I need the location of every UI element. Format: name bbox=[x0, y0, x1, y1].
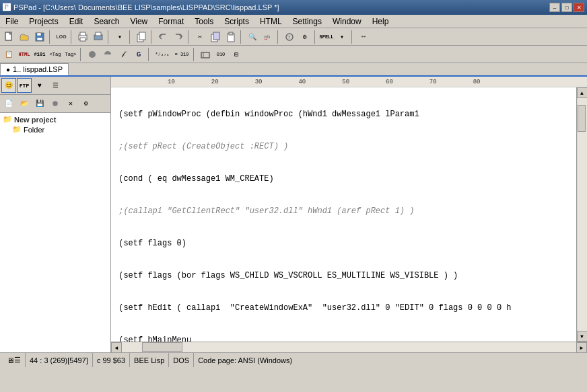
menu-item-window[interactable]: Window bbox=[327, 15, 367, 28]
jump-button[interactable]: ↔ bbox=[356, 30, 371, 44]
menu-item-help[interactable]: Help bbox=[367, 15, 394, 28]
close-button[interactable]: ✕ bbox=[574, 3, 584, 12]
code-content[interactable]: (setf pWindowProc (defbin windowProc (hW… bbox=[111, 87, 587, 342]
menu-item-view[interactable]: View bbox=[125, 15, 153, 28]
tag-btn[interactable]: <Tag bbox=[48, 47, 63, 62]
sidebar-toolbar: 😊 FTP ♥ ☰ bbox=[0, 77, 110, 95]
binary-btn[interactable]: 010 bbox=[213, 47, 228, 62]
log-button[interactable]: LOG bbox=[54, 30, 69, 44]
total-count: [5497] bbox=[67, 356, 88, 364]
clip-btn1[interactable]: 📋 bbox=[1, 47, 16, 62]
menu-item-settings[interactable]: Settings bbox=[287, 15, 327, 28]
code-line: (cond ( eq dwMessage1 WM_CREATE) bbox=[114, 173, 574, 184]
menu-item-html[interactable]: HTML bbox=[254, 15, 287, 28]
sidebar-btn-circle[interactable] bbox=[48, 96, 63, 111]
half-circle-btn[interactable] bbox=[100, 47, 115, 62]
tree-new-project-label: New project bbox=[14, 116, 56, 124]
btn-a[interactable]: ? bbox=[282, 30, 297, 44]
tab-lisppad[interactable]: ● 1.. lisppad.LSP bbox=[0, 63, 69, 75]
title-bar: 🅿 PSPad - [C:\Users\ Documents\BEE LISP\… bbox=[0, 0, 587, 15]
print2-button[interactable] bbox=[91, 30, 106, 44]
open-button[interactable] bbox=[17, 30, 32, 44]
scroll-right-button[interactable]: ► bbox=[576, 342, 587, 352]
hscroll-thumb[interactable] bbox=[142, 342, 182, 352]
html-btn[interactable]: HTML bbox=[17, 47, 32, 62]
separator bbox=[148, 48, 151, 61]
scroll-up-button[interactable]: ▲ bbox=[577, 87, 588, 98]
separator bbox=[129, 30, 132, 44]
sidebar-btn-open[interactable]: 📂 bbox=[17, 96, 32, 111]
new-button[interactable] bbox=[1, 30, 16, 44]
sidebar-btn-face[interactable]: 😊 bbox=[1, 78, 16, 93]
svg-point-19 bbox=[89, 51, 96, 58]
svg-rect-3 bbox=[37, 38, 42, 40]
sidebar-btn-new[interactable]: 📄 bbox=[1, 96, 16, 111]
menu-item-projects[interactable]: Projects bbox=[24, 15, 63, 28]
separator bbox=[71, 30, 73, 44]
tree-folder-label: Folder bbox=[24, 126, 44, 134]
tree-item-folder[interactable]: 📁 Folder bbox=[1, 124, 109, 134]
sidebar-btn-ftp[interactable]: FTP bbox=[17, 78, 32, 93]
val-btn[interactable]: ≡ 319 bbox=[172, 47, 191, 62]
minimize-button[interactable]: – bbox=[549, 3, 560, 12]
scroll-track[interactable] bbox=[578, 98, 587, 331]
svg-rect-10 bbox=[139, 32, 145, 40]
tree-item-new-project[interactable]: 📁 New project bbox=[1, 114, 109, 124]
menu-item-format[interactable]: Format bbox=[153, 15, 189, 28]
rtag-btn[interactable]: Tag> bbox=[63, 47, 78, 62]
replace-button[interactable]: ab→ bbox=[261, 30, 275, 44]
menu-item-scripts[interactable]: Scripts bbox=[219, 15, 254, 28]
ruler: 10 20 30 40 50 60 70 80 bbox=[111, 77, 587, 87]
spell-button[interactable]: SPELL bbox=[319, 30, 334, 44]
save-button[interactable] bbox=[32, 30, 47, 44]
hscroll-track[interactable] bbox=[122, 342, 576, 352]
print-button[interactable] bbox=[75, 30, 90, 44]
line-ending-text: DOS bbox=[173, 356, 189, 364]
title-bar-left: 🅿 PSPad - [C:\Users\ Documents\BEE LISP\… bbox=[3, 3, 279, 12]
separator bbox=[314, 30, 317, 44]
status-mode: c 99 $63 bbox=[93, 353, 130, 367]
code-editor[interactable]: (setf pWindowProc (defbin windowProc (hW… bbox=[111, 87, 576, 342]
sidebar-btn-heart[interactable]: ♥ bbox=[32, 78, 47, 93]
circle-btn[interactable] bbox=[85, 47, 100, 62]
num2-btn[interactable]: ⁴⁄₂₇₄ bbox=[153, 47, 172, 62]
paste-button[interactable] bbox=[223, 30, 238, 44]
horizontal-scrollbar[interactable]: ◄ ► bbox=[111, 342, 587, 352]
app-icon: 🅿 bbox=[3, 3, 11, 12]
separator bbox=[188, 30, 191, 44]
btn-b[interactable]: ⚙ bbox=[298, 30, 312, 44]
mode-text: c 99 $63 bbox=[97, 356, 125, 364]
menu-item-file[interactable]: File bbox=[0, 15, 24, 28]
scroll-left-button[interactable]: ◄ bbox=[111, 342, 122, 352]
status-icon2: ☰ bbox=[14, 356, 21, 364]
vertical-scrollbar[interactable]: ▲ ▼ bbox=[576, 87, 587, 342]
script-btn[interactable]: 𝒻 bbox=[116, 47, 131, 62]
menu-bar: FileProjectsEditSearchViewFormatToolsScr… bbox=[0, 15, 587, 28]
redo-button[interactable] bbox=[171, 30, 186, 44]
next-spell-button[interactable]: ▾ bbox=[335, 30, 349, 44]
cut-button[interactable]: ✂ bbox=[193, 30, 207, 44]
code-line: (setf flags (bor flags WS_CHILD WS_VSCRO… bbox=[114, 270, 574, 281]
status-icons: 🖥 ☰ bbox=[3, 353, 26, 367]
num-btn[interactable]: #101 bbox=[32, 47, 47, 62]
square-btn[interactable] bbox=[198, 47, 213, 62]
dropdown-btn[interactable]: ▾ bbox=[112, 30, 127, 44]
scroll-thumb[interactable] bbox=[578, 105, 586, 132]
menu-item-tools[interactable]: Tools bbox=[189, 15, 219, 28]
sidebar-btn-gear[interactable]: ⚙ bbox=[79, 96, 94, 111]
encoding-text: Code page: ANSI (Windows) bbox=[198, 356, 292, 364]
end-btn[interactable]: ⊞ bbox=[229, 47, 244, 62]
sidebar-btn-x[interactable]: ✕ bbox=[63, 96, 78, 111]
undo-button[interactable] bbox=[156, 30, 170, 44]
svg-text:?: ? bbox=[287, 34, 291, 40]
g-btn[interactable]: G bbox=[131, 47, 146, 62]
sidebar-btn-save[interactable]: 💾 bbox=[32, 96, 47, 111]
menu-item-edit[interactable]: Edit bbox=[64, 15, 89, 28]
maximize-button[interactable]: □ bbox=[561, 3, 572, 12]
copy-format-button[interactable] bbox=[134, 30, 149, 44]
search-button[interactable]: 🔍 bbox=[245, 30, 260, 44]
sidebar-btn-list[interactable]: ☰ bbox=[48, 78, 63, 93]
scroll-down-button[interactable]: ▼ bbox=[577, 331, 588, 342]
copy-button[interactable] bbox=[208, 30, 223, 44]
menu-item-search[interactable]: Search bbox=[88, 15, 125, 28]
